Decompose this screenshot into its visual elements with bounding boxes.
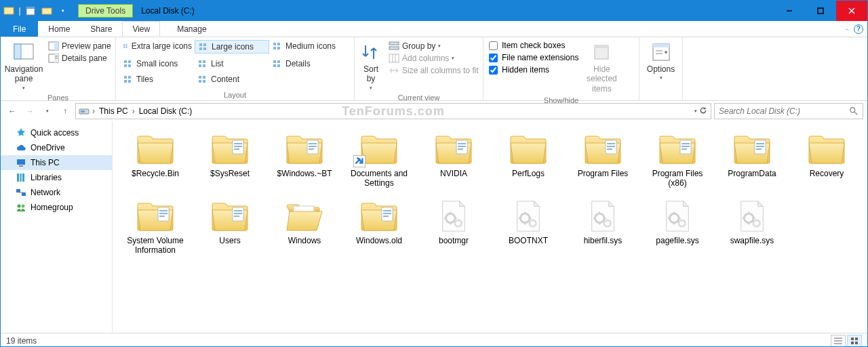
hidden-items-toggle[interactable]: Hidden items — [488, 64, 580, 75]
svg-rect-2 — [26, 7, 35, 9]
add-columns-button[interactable]: Add columns ▾ — [386, 52, 481, 64]
address-bar[interactable]: › This PC › Local Disk (C:) TenForums.co… — [75, 103, 711, 119]
svg-rect-0 — [4, 7, 14, 14]
drive-icon — [79, 106, 90, 117]
svg-rect-46 — [203, 76, 205, 79]
maximize-button[interactable] — [805, 1, 836, 21]
file-item[interactable]: BOOTNXT — [491, 195, 566, 258]
file-item[interactable]: $Recycle.Bin — [118, 128, 193, 191]
address-dropdown-icon[interactable]: ▾ — [694, 108, 697, 114]
sidebar-item-onedrive[interactable]: OneDrive — [1, 140, 112, 155]
size-columns-button[interactable]: Size all columns to fit — [386, 64, 481, 77]
file-item[interactable]: hiberfil.sys — [566, 195, 640, 258]
search-box[interactable] — [714, 103, 863, 119]
sidebar-item-homegroup[interactable]: Homegroup — [1, 200, 112, 215]
file-item[interactable]: Users — [193, 195, 267, 258]
file-item[interactable]: PerfLogs — [491, 128, 566, 191]
svg-rect-48 — [389, 42, 399, 45]
file-item[interactable]: Program Files — [566, 128, 640, 191]
file-item[interactable]: Windows.old — [342, 195, 416, 258]
layout-medium-icons[interactable]: Medium icons — [269, 40, 344, 52]
layout-large-icons[interactable]: Large icons — [195, 40, 269, 54]
sort-by-button[interactable]: Sort by▾ — [359, 40, 383, 92]
back-button[interactable]: ← — [5, 104, 20, 119]
file-item[interactable]: Documents and Settings — [342, 128, 416, 191]
preview-pane-button[interactable]: Preview pane — [45, 40, 114, 52]
forward-button[interactable]: → — [22, 104, 37, 119]
file-item[interactable]: $SysReset — [193, 128, 267, 191]
group-label-current-view: Current view — [359, 92, 479, 102]
svg-rect-20 — [199, 43, 202, 46]
navigation-pane-button[interactable]: Navigation pane▾ — [5, 40, 43, 92]
file-item[interactable]: $Windows.~BT — [267, 128, 342, 191]
svg-rect-34 — [203, 60, 205, 63]
nav-row: ← → ▾ ↑ › This PC › Local Disk (C:) TenF… — [1, 101, 867, 121]
minimize-button[interactable] — [774, 1, 805, 21]
group-by-button[interactable]: Group by ▾ — [386, 40, 481, 52]
layout-extra-large-icons[interactable]: Extra large icons — [120, 40, 195, 52]
qat-separator: | — [17, 1, 22, 21]
context-tab-drive-tools[interactable]: Drive Tools — [78, 4, 133, 18]
svg-rect-31 — [128, 64, 131, 67]
sidebar-item-network[interactable]: Network — [1, 185, 112, 200]
sidebar-item-quick-access[interactable]: Quick access — [1, 125, 112, 140]
layout-details[interactable]: Details — [269, 58, 344, 70]
refresh-icon[interactable] — [698, 106, 708, 117]
svg-rect-77 — [851, 338, 854, 340]
qat-customize-icon[interactable]: ▾ — [55, 1, 71, 21]
file-item[interactable]: pagefile.sys — [640, 195, 715, 258]
file-list[interactable]: $Recycle.Bin$SysReset$Windows.~BTDocumen… — [113, 121, 867, 333]
ribbon-collapse-icon[interactable]: ︿ — [845, 26, 850, 33]
svg-rect-5 — [818, 8, 823, 14]
file-item[interactable]: System Volume Information — [118, 195, 193, 258]
svg-rect-17 — [123, 47, 125, 48]
svg-rect-22 — [203, 43, 206, 46]
qat-newfolder-icon[interactable] — [39, 1, 55, 21]
help-icon[interactable]: ? — [854, 24, 863, 34]
svg-rect-23 — [203, 47, 206, 50]
tab-manage[interactable]: Manage — [167, 21, 216, 37]
sidebar-item-this-pc[interactable]: This PC — [1, 155, 112, 170]
up-button[interactable]: ↑ — [58, 104, 73, 119]
file-item[interactable]: bootmgr — [416, 195, 491, 258]
svg-rect-33 — [199, 64, 201, 67]
file-item[interactable]: NVIDIA — [416, 128, 491, 191]
tab-file[interactable]: File — [1, 21, 38, 37]
file-item[interactable]: Recovery — [789, 128, 864, 191]
svg-rect-3 — [42, 8, 52, 14]
svg-rect-44 — [199, 76, 201, 79]
svg-rect-70 — [22, 192, 26, 196]
qat-properties-icon[interactable] — [22, 1, 39, 21]
view-details-button[interactable] — [831, 335, 846, 347]
recent-dropdown[interactable]: ▾ — [40, 104, 55, 119]
tab-share[interactable]: Share — [80, 21, 122, 37]
layout-list[interactable]: List — [195, 58, 269, 70]
svg-rect-65 — [19, 165, 23, 167]
titlebar: | ▾ Drive Tools Local Disk (C:) — [1, 1, 867, 21]
sidebar-item-libraries[interactable]: Libraries — [1, 170, 112, 185]
file-item[interactable]: Program Files (x86) — [640, 128, 715, 191]
window-icon[interactable] — [1, 1, 17, 21]
file-extensions-toggle[interactable]: File name extensions — [488, 52, 580, 63]
crumb-local-disk[interactable]: Local Disk (C:) — [138, 106, 194, 116]
file-item[interactable]: swapfile.sys — [715, 195, 789, 258]
layout-small-icons[interactable]: Small icons — [120, 58, 195, 70]
options-button[interactable]: Options▾ — [644, 40, 678, 83]
file-item[interactable]: ProgramData — [715, 128, 789, 191]
details-pane-button[interactable]: Details pane — [45, 52, 114, 64]
tab-view[interactable]: View — [122, 21, 160, 37]
svg-rect-47 — [203, 80, 205, 83]
crumb-this-pc[interactable]: This PC — [98, 106, 130, 116]
layout-content[interactable]: Content — [195, 73, 269, 85]
file-item[interactable]: Windows — [267, 195, 342, 258]
item-checkboxes-toggle[interactable]: Item check boxes — [488, 40, 580, 51]
view-large-icons-button[interactable] — [847, 335, 862, 347]
search-icon — [849, 106, 859, 116]
svg-rect-19 — [125, 47, 127, 48]
layout-tiles[interactable]: Tiles — [120, 73, 195, 85]
close-button[interactable] — [836, 1, 867, 21]
svg-rect-50 — [389, 54, 399, 62]
tab-home[interactable]: Home — [38, 21, 80, 37]
svg-rect-56 — [653, 44, 669, 47]
search-input[interactable] — [719, 106, 849, 116]
